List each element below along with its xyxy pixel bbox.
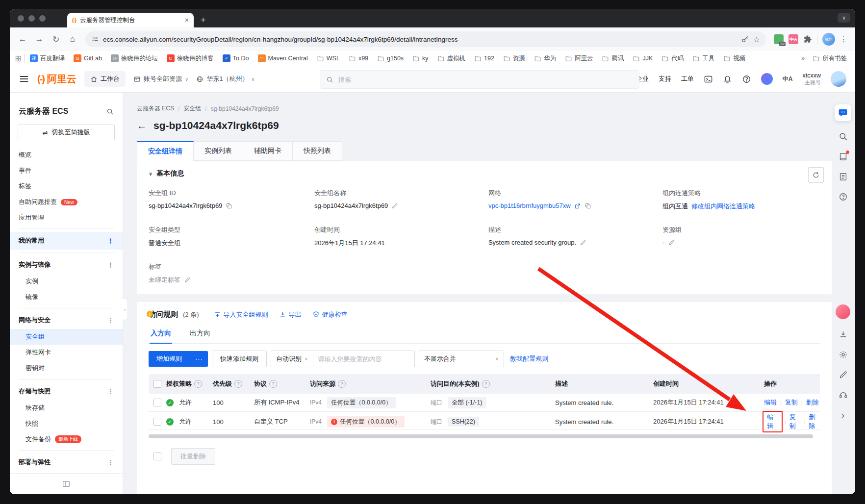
browser-menu-icon[interactable]: ⋮ [840,35,847,44]
browser-tab[interactable]: (-) 云服务器管理控制台 × [67,13,194,27]
rules-search-input[interactable] [313,355,414,363]
bookmark-star-icon[interactable]: ☆ [753,35,760,44]
app-center-icon[interactable] [761,73,773,85]
bookmark-folder[interactable]: 腾讯 [598,53,627,64]
sidebar-item-file-backup[interactable]: 文件备份最新上线 [10,431,123,447]
row-checkbox[interactable] [153,399,161,406]
rail-help-icon[interactable] [839,192,848,202]
translate-extension-icon[interactable]: 中A [789,34,798,44]
more-icon[interactable]: ⋮ [107,388,114,395]
sidebar-item-enis[interactable]: 弹性网卡 [10,345,123,360]
extensions-puzzle-icon[interactable] [803,35,812,44]
extension-green-icon[interactable]: 32 [774,34,784,44]
batch-checkbox[interactable] [153,453,161,460]
more-icon[interactable]: ⋮ [107,261,114,269]
sidebar-item-security-groups[interactable]: 安全组 [10,329,123,345]
sidebar-item-instances[interactable]: 实例 [10,274,123,289]
select-all-checkbox[interactable] [153,380,161,388]
tab-instance-list[interactable]: 实例列表 [194,141,243,161]
teach-me-link[interactable]: 教我配置规则 [510,354,548,363]
delete-rule-link[interactable]: 删除 [806,398,819,407]
edit-rule-link[interactable]: 编辑 [767,413,773,429]
sidebar-item-images[interactable]: 镜像 [10,289,123,305]
sidebar-item-key-pairs[interactable]: 密钥对 [10,360,123,376]
sidebar-item-app-management[interactable]: 应用管理 [10,210,123,226]
new-tab-button[interactable]: + [201,15,206,25]
tab-outbound[interactable]: 出方向 [189,326,211,343]
copy-icon[interactable] [585,202,591,209]
bookmark-item[interactable]: ✓To Do [219,53,253,64]
docs-book-icon[interactable] [839,152,848,161]
back-arrow-icon[interactable]: ← [137,120,147,131]
delete-rule-link[interactable]: 删除 [809,413,820,430]
export-link[interactable]: 导出 [279,310,302,319]
rail-import-icon[interactable] [839,330,848,339]
bookmark-item[interactable]: 译百度翻译 [26,53,68,64]
edit-pencil-icon[interactable] [580,239,586,246]
bookmark-folder[interactable]: 视频 [720,53,749,64]
bookmark-folder[interactable]: 工具 [689,53,718,64]
breadcrumb-ecs[interactable]: 云服务器 ECS [137,104,174,113]
sidebar-item-overview[interactable]: 概览 [10,147,123,163]
all-bookmarks-button[interactable]: 所有书签 [809,53,850,64]
home-button[interactable]: ⌂ [66,32,79,46]
refresh-button[interactable] [808,167,824,183]
help-question-icon[interactable]: ? [194,380,202,388]
rail-expand-icon[interactable]: › [841,410,844,421]
hamburger-menu-icon[interactable] [19,74,29,84]
search-mode-dropdown[interactable]: 自动识别∨ [271,351,313,367]
global-search-input[interactable] [337,76,633,84]
address-bar[interactable]: ecs.console.aliyun.com/securityGroupDeta… [85,31,766,47]
copy-icon[interactable] [226,202,232,209]
minimize-window-button[interactable] [28,15,35,22]
edit-rule-link[interactable]: 编辑 [764,398,777,407]
close-tab-icon[interactable]: × [185,17,189,24]
more-icon[interactable]: ⋮ [107,317,114,324]
back-button[interactable]: ← [16,32,29,46]
tab-sg-detail[interactable]: 安全组详情 [137,141,194,161]
site-settings-icon[interactable] [91,35,99,43]
bookmark-folder[interactable]: 阿里云 [561,53,597,64]
bookmark-folder[interactable]: JJK [629,53,656,64]
horizontal-scrollbar[interactable] [149,434,813,438]
sidebar-collapse-handle[interactable]: ‹ [122,299,128,320]
password-key-icon[interactable] [741,35,749,44]
copy-rule-link[interactable]: 复制 [785,398,798,407]
workbench-button[interactable]: 工作台 [84,71,126,87]
tab-snapshot-list[interactable]: 快照列表 [293,141,342,161]
user-info[interactable]: xtcxxw 主账号 [803,72,821,86]
bookmark-folder[interactable]: x99 [345,53,372,64]
quick-add-rule-button[interactable]: 快速添加规则 [212,351,267,367]
sidebar-item-events[interactable]: 事件 [10,163,123,178]
bookmark-folder[interactable]: g150s [374,53,407,64]
switch-simple-mode-button[interactable]: ⇌ 切换至简捷版 [18,125,115,140]
rail-feedback-pencil-icon[interactable] [839,370,848,379]
help-question-icon[interactable]: ? [234,380,242,388]
aliyun-logo[interactable]: (-) 阿里云 [37,73,76,86]
close-window-button[interactable] [18,15,24,22]
bookmark-folder[interactable]: WSL [313,53,343,64]
bookmark-folder[interactable]: 虚拟机 [434,53,469,64]
add-rule-more-icon[interactable]: ··· [190,355,208,363]
add-rule-button[interactable]: 增加规则 ··· [149,351,208,367]
help-question-icon[interactable]: ? [338,380,346,388]
row-checkbox[interactable] [153,418,161,426]
collapse-panel-icon[interactable] [62,479,71,488]
sidebar-section-favorites[interactable]: 我的常用⋮ [10,232,123,250]
language-switch-icon[interactable]: 中A [783,75,793,83]
sidebar-search-icon[interactable] [106,108,114,115]
tab-inbound[interactable]: 入方向 [150,326,172,344]
forward-button[interactable]: → [32,32,46,46]
rail-support-headset-icon[interactable] [839,390,848,400]
edit-pencil-icon[interactable] [391,202,398,209]
cloudshell-icon[interactable] [704,75,713,84]
window-controls[interactable] [10,9,52,27]
import-rules-link[interactable]: 导入安全组规则 [214,310,268,319]
ai-assistant-icon[interactable] [836,304,850,319]
copy-rule-link[interactable]: 复制 [789,413,801,430]
maximize-window-button[interactable] [39,15,46,22]
bookmark-folder[interactable]: 代码 [658,53,687,64]
edit-pencil-icon[interactable] [668,239,675,246]
sidebar-item-troubleshooting[interactable]: 自助问题排查New [10,194,123,210]
help-question-icon[interactable]: ? [269,380,277,388]
